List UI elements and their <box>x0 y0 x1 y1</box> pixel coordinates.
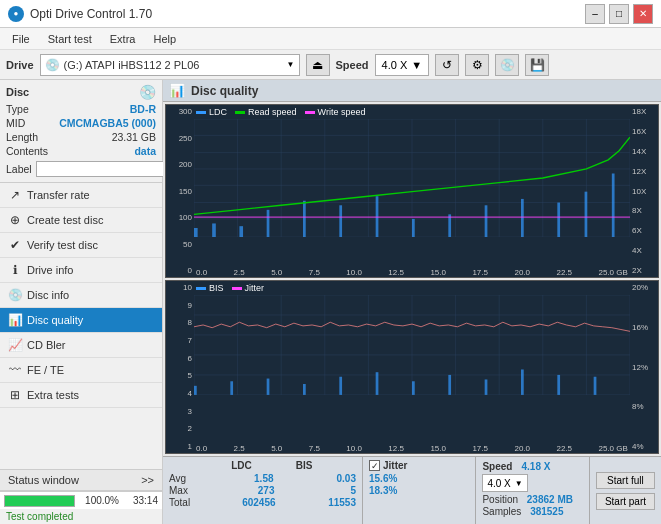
svg-rect-26 <box>412 219 415 237</box>
settings-button[interactable]: ⚙ <box>465 54 489 76</box>
nav-label-extra-tests: Extra tests <box>27 389 79 401</box>
disc-label-input[interactable] <box>36 161 169 177</box>
avg-jitter: 15.6% <box>369 473 397 484</box>
disc-label-label: Label <box>6 163 32 175</box>
disc-panel: Disc 💿 Type BD-R MID CMCMAGBA5 (000) Len… <box>0 80 162 183</box>
sidebar-item-extra-tests[interactable]: ⊞ Extra tests <box>0 383 162 408</box>
maximize-button[interactable]: □ <box>609 4 629 24</box>
chart1-y-right: 18X 16X 14X 12X 10X 8X 6X 4X 2X <box>630 105 658 277</box>
menu-help[interactable]: Help <box>145 31 184 47</box>
svg-rect-58 <box>485 379 488 394</box>
legend-bis-label: BIS <box>209 283 224 293</box>
titlebar-controls: – □ ✕ <box>585 4 653 24</box>
sidebar-item-disc-quality[interactable]: 📊 Disc quality <box>0 308 162 333</box>
speed-stats-selector[interactable]: 4.0 X ▼ <box>482 474 527 492</box>
titlebar-left: Opti Drive Control 1.70 <box>8 6 152 22</box>
save-button[interactable]: 💾 <box>525 54 549 76</box>
chart1-x-axis: 0.0 2.5 5.0 7.5 10.0 12.5 15.0 17.5 20.0… <box>194 268 630 277</box>
status-window-button[interactable]: Status window >> <box>0 470 162 491</box>
eject-button[interactable]: ⏏ <box>306 54 330 76</box>
sidebar-item-fe-te[interactable]: 〰 FE / TE <box>0 358 162 383</box>
svg-rect-20 <box>212 223 216 237</box>
legend-ldc: LDC <box>196 107 227 117</box>
svg-rect-22 <box>267 210 270 237</box>
menu-start-test[interactable]: Start test <box>40 31 100 47</box>
sidebar-item-transfer-rate[interactable]: ↗ Transfer rate <box>0 183 162 208</box>
svg-rect-51 <box>230 381 233 395</box>
max-bis: 5 <box>316 485 356 496</box>
nav-label-cd-bler: CD Bler <box>27 339 66 351</box>
chart-ldc: LDC Read speed Write speed 300 250 200 <box>165 104 659 278</box>
speed-selector[interactable]: 4.0 X ▼ <box>375 54 430 76</box>
close-button[interactable]: ✕ <box>633 4 653 24</box>
disc-contents-label: Contents <box>6 145 48 157</box>
disc-length-label: Length <box>6 131 38 143</box>
progress-bar-inner <box>5 496 74 506</box>
disc-info-button[interactable]: 💿 <box>495 54 519 76</box>
svg-rect-28 <box>485 205 488 237</box>
svg-rect-57 <box>448 375 451 395</box>
sidebar-item-verify-test-disc[interactable]: ✔ Verify test disc <box>0 233 162 258</box>
disc-contents-row: Contents data <box>6 145 156 157</box>
start-part-button[interactable]: Start part <box>596 493 655 510</box>
start-full-button[interactable]: Start full <box>596 472 655 489</box>
sidebar-item-disc-info[interactable]: 💿 Disc info <box>0 283 162 308</box>
legend-ldc-label: LDC <box>209 107 227 117</box>
menubar: File Start test Extra Help <box>0 28 661 50</box>
progress-bar-container: 100.0% 33:14 <box>0 491 162 509</box>
nav-label-disc-info: Disc info <box>27 289 69 301</box>
content-area: 📊 Disc quality LDC Read speed <box>163 80 661 524</box>
disc-icon: 💿 <box>139 84 156 100</box>
status-completed: Test completed <box>0 509 162 524</box>
charts-area: LDC Read speed Write speed 300 250 200 <box>163 102 661 456</box>
disc-contents-value: data <box>134 145 156 157</box>
avg-bis: 0.03 <box>316 473 356 484</box>
drive-selector[interactable]: 💿 (G:) ATAPI iHBS112 2 PL06 ▼ <box>40 54 300 76</box>
position-value: 23862 MB <box>527 494 573 505</box>
legend-ldc-color <box>196 111 206 114</box>
sidebar-item-drive-info[interactable]: ℹ Drive info <box>0 258 162 283</box>
nav-label-fe-te: FE / TE <box>27 364 64 376</box>
progress-percent: 100.0% <box>79 495 119 506</box>
sidebar-item-create-test-disc[interactable]: ⊕ Create test disc <box>0 208 162 233</box>
drive-info-icon: ℹ <box>8 263 22 277</box>
svg-rect-59 <box>521 369 524 394</box>
speed-label: Speed <box>336 59 369 71</box>
jitter-avg-row: 15.6% <box>369 473 469 484</box>
speed-stats-arrow-icon: ▼ <box>515 479 523 488</box>
refresh-button[interactable]: ↺ <box>435 54 459 76</box>
position-row: Position 23862 MB <box>482 494 582 505</box>
status-window-arrows: >> <box>141 474 154 486</box>
dq-header: 📊 Disc quality <box>163 80 661 102</box>
menu-extra[interactable]: Extra <box>102 31 144 47</box>
svg-rect-31 <box>585 192 588 237</box>
disc-panel-title: Disc <box>6 86 29 98</box>
svg-rect-55 <box>376 372 379 395</box>
chart1-legend: LDC Read speed Write speed <box>196 107 365 117</box>
bis-col-header: BIS <box>284 460 324 471</box>
chart2-svg <box>194 295 630 395</box>
disc-length-row: Length 23.31 GB <box>6 131 156 143</box>
samples-label: Samples <box>482 506 521 517</box>
status-bar: Status window >> 100.0% 33:14 Test compl… <box>0 469 162 524</box>
legend-write-speed: Write speed <box>305 107 366 117</box>
avg-label: Avg <box>169 473 186 484</box>
disc-length-value: 23.31 GB <box>112 131 156 143</box>
chart1-svg <box>194 119 630 237</box>
svg-rect-27 <box>448 214 451 237</box>
menu-file[interactable]: File <box>4 31 38 47</box>
minimize-button[interactable]: – <box>585 4 605 24</box>
sidebar-item-cd-bler[interactable]: 📈 CD Bler <box>0 333 162 358</box>
disc-type-label: Type <box>6 103 29 115</box>
nav-label-verify-test-disc: Verify test disc <box>27 239 98 251</box>
create-test-disc-icon: ⊕ <box>8 213 22 227</box>
app-icon <box>8 6 24 22</box>
jitter-checkbox[interactable]: ✓ <box>369 460 380 471</box>
progress-bar-outer <box>4 495 75 507</box>
samples-row: Samples 381525 <box>482 506 582 517</box>
disc-info-icon: 💿 <box>8 288 22 302</box>
avg-ldc: 1.58 <box>229 473 274 484</box>
max-label: Max <box>169 485 188 496</box>
extra-tests-icon: ⊞ <box>8 388 22 402</box>
svg-rect-21 <box>239 226 243 237</box>
